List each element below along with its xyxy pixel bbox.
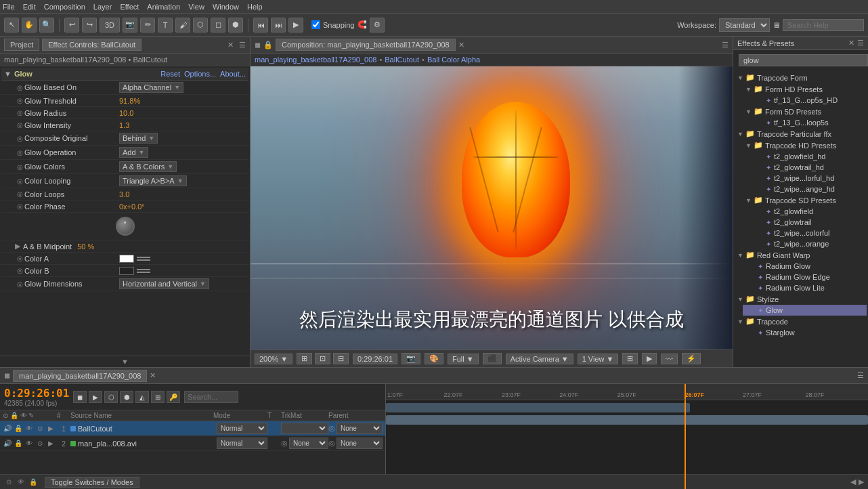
param-select-color-loop[interactable]: Triangle A>B>A ▼ [119,175,187,186]
layer-1-name[interactable]: BallCutout [78,425,217,433]
timeline-panel-menu[interactable]: ☰ [857,371,864,380]
tl-btn-4[interactable]: ⬢ [120,391,133,403]
tree-folder-header-trapcode-sd[interactable]: ▼ 📁 Trapcode SD Presets [743,194,867,206]
project-tab[interactable]: Project [4,39,39,51]
comp-tool-grid2[interactable]: ⊞ [622,353,638,364]
menu-layer[interactable]: Layer [93,3,112,11]
menu-animation[interactable]: Animation [147,3,180,11]
tree-folder-header-form-5d[interactable]: ▼ 📁 Form 5D Presets [743,106,867,117]
glow-effect-header[interactable]: ▼ Glow Reset Options... About... [1,68,248,81]
param-select-glow-based-on[interactable]: Alpha Channel ▼ [119,82,183,93]
panel-menu-icon[interactable]: ☰ [239,41,246,49]
right-panel-close-icon[interactable]: ✕ [848,39,854,47]
quality-select[interactable]: Full ▼ [448,354,479,364]
status-icon-3[interactable]: 🔒 [28,477,38,487]
layer-1-lock-icon[interactable]: 🔒 [14,424,23,433]
timeline-tab[interactable]: man_playing_basketball17A290_008 [13,370,147,382]
comp-capture-btn[interactable]: 📷 [402,353,420,364]
search-input[interactable] [783,19,864,31]
comp-tool-safe[interactable]: ⊡ [315,353,330,364]
effects-search-input[interactable] [739,54,868,66]
scroll-right-icon[interactable]: ▶ [859,477,864,486]
menu-file[interactable]: File [3,3,15,11]
tree-folder-header-trapcode[interactable]: ▼ 📁 Trapcode [735,316,867,327]
tree-folder-header-red-giant[interactable]: ▼ 📁 Red Giant Warp [735,249,867,261]
tree-item-t2-wipe-orange[interactable]: ✦ t2_wipe...orange [751,238,867,249]
tool-text[interactable]: T [158,18,173,33]
param-select-composite[interactable]: Behind ▼ [119,133,158,144]
status-icon-1[interactable]: ⊙ [4,477,14,487]
tool-go-end[interactable]: ⏭ [271,18,286,33]
color-phase-knob[interactable] [116,217,135,236]
tool-stamp[interactable]: ⬡ [193,18,208,33]
tool-select[interactable]: ↖ [4,18,19,33]
tool-play[interactable]: ▶ [288,18,303,33]
status-icon-2[interactable]: 👁 [16,477,26,487]
options-btn[interactable]: Options... [184,70,216,78]
tool-hand[interactable]: ✋ [22,18,37,33]
menu-view[interactable]: View [188,3,204,11]
tool-puppet[interactable]: ⬢ [228,18,243,33]
comp-tool-render[interactable]: ▶ [642,353,657,364]
tool-eraser[interactable]: ◻ [211,18,225,33]
tree-item-t2-glowtrail-hd[interactable]: ✦ t2_glowtrail_hd [751,162,867,173]
comp-color-btn[interactable]: 🎨 [425,353,443,364]
tree-folder-header-particular[interactable]: ▼ 📁 Trapcode Particular ffx [735,128,867,140]
comp-tool-snap[interactable]: ⊞ [297,353,312,364]
breadcrumb-item-2[interactable]: BallCutout [385,56,419,64]
layer-2-solo-icon[interactable]: ⊙ [35,439,45,448]
about-btn[interactable]: About... [220,70,246,78]
tl-btn-2[interactable]: ▶ [89,391,102,403]
tl-btn-1[interactable]: ◼ [73,391,87,403]
tool-brush[interactable]: 🖌 [175,18,190,33]
timeline-tab-close[interactable]: ✕ [150,371,156,380]
panel-close-icon[interactable]: ✕ [227,41,234,49]
menu-effect[interactable]: Effect [120,3,139,11]
right-panel-menu-icon[interactable]: ☰ [857,39,864,47]
snapping-settings-icon[interactable]: ⚙ [370,18,385,33]
breadcrumb-item-1[interactable]: man_playing_basketball17A290_008 [255,56,376,64]
layer-2-mode-select[interactable]: Normal [217,438,267,449]
tl-btn-7[interactable]: 🔑 [167,391,180,403]
scroll-left-icon[interactable]: ◀ [850,477,856,486]
tree-item-t2-glowtrail[interactable]: ✦ t2_glowtrail [751,217,867,228]
tl-btn-6[interactable]: ⊞ [151,391,165,403]
timeline-search-input[interactable] [184,391,238,403]
workspace-select[interactable]: Standard [719,18,770,32]
tree-folder-header-stylize[interactable]: ▼ 📁 Stylize [735,293,867,305]
comp-tool-grid[interactable]: ⊟ [333,353,349,364]
tl-btn-3[interactable]: ⬡ [104,391,118,403]
comp-tab[interactable]: Composition: man_playing_basketball17A29… [276,39,456,51]
camera-select[interactable]: Active Camera ▼ [506,354,573,364]
tree-item-t2-wipe-lorful-hd[interactable]: ✦ t2_wipe...lorful_hd [751,173,867,184]
tool-go-start[interactable]: ⏮ [253,18,268,33]
tool-pen[interactable]: ✏ [140,18,155,33]
ab-midpoint-header[interactable]: ▶ A & B Midpoint 50 % [1,240,248,253]
comp-panel-menu-icon[interactable]: ☰ [722,41,729,49]
comp-tool-roi[interactable]: ⬛ [483,353,502,364]
tree-folder-header-form-hd[interactable]: ▼ 📁 Form HD Presets [743,83,867,95]
toggle-switches-btn[interactable]: Toggle Switches / Modes [45,477,139,488]
layer-1-audio-icon[interactable]: 🔊 [3,424,12,433]
layer-1-eye-icon[interactable]: 👁 [24,424,34,433]
tree-item-starglow[interactable]: ✦ Starglow [743,327,867,338]
menu-composition[interactable]: Composition [44,3,85,11]
tree-item-tf13-5d[interactable]: ✦ tf_13_G...loop5s [751,117,867,128]
layer-1-parent-select[interactable]: None [337,423,383,434]
param-value-glow-radius[interactable]: 10.0 [119,109,246,117]
tree-folder-header-trapcode-hd[interactable]: ▼ 📁 Trapcode HD Presets [743,140,867,151]
layer-1-solo-icon[interactable]: ⊙ [35,424,45,433]
layer-1-trkmat-select[interactable] [281,423,328,434]
tool-3d[interactable]: 3D [100,18,120,33]
layer-2-name[interactable]: man_pla...008.avi [78,440,217,448]
tree-item-t2-wipe-colorful[interactable]: ✦ t2_wipe...colorful [751,228,867,238]
reset-btn[interactable]: Reset [160,70,180,78]
param-select-glow-op[interactable]: Add ▼ [119,147,148,158]
zoom-select[interactable]: 200% ▼ [255,354,292,364]
color-b-swatch[interactable] [119,267,134,275]
color-a-swatch[interactable] [119,255,134,263]
param-value-color-phase[interactable]: 0x+0.0° [119,203,246,211]
menu-window[interactable]: Window [213,3,239,11]
tree-folder-header-trapcode-form[interactable]: ▼ 📁 Trapcode Form [735,72,867,83]
param-value-color-loops[interactable]: 3.0 [119,190,246,198]
